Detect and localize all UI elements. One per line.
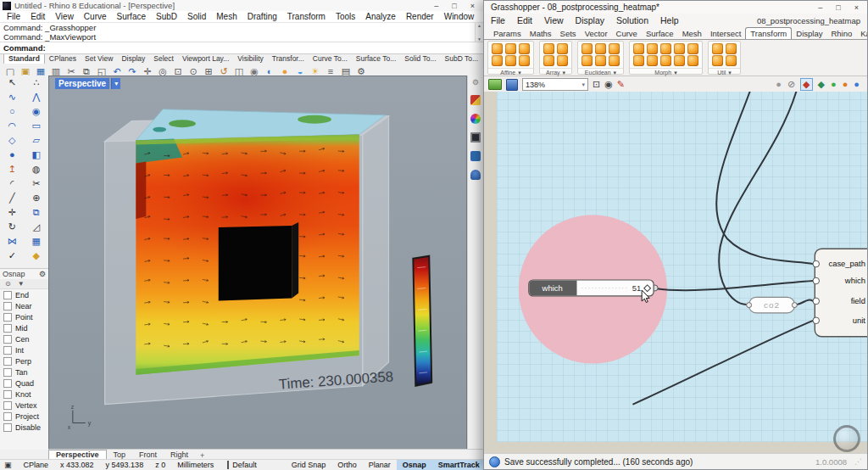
checkbox-icon[interactable] <box>3 357 12 366</box>
port-unit[interactable] <box>813 317 820 324</box>
zoom-level-select[interactable]: 138% ▾ <box>522 78 588 91</box>
menu-item[interactable]: Drafting <box>242 12 282 21</box>
toolbar-tab[interactable]: Viewport Lay... <box>178 54 233 64</box>
ribbon-tool-icon[interactable] <box>609 43 620 54</box>
osnap-option[interactable]: End <box>0 289 48 300</box>
ribbon-tool-icon[interactable] <box>647 43 658 54</box>
toolbar-tab[interactable]: Select <box>149 54 178 64</box>
osnap-option[interactable]: Disable <box>0 422 48 433</box>
menu-item[interactable]: Edit <box>517 15 532 25</box>
co2-node[interactable]: co2 <box>747 297 798 312</box>
scroll-down-icon[interactable]: ▼ <box>477 36 481 42</box>
menu-item[interactable]: Surface <box>112 12 151 21</box>
checkbox-icon[interactable] <box>3 291 12 299</box>
boolean-icon[interactable]: ◍ <box>25 162 49 176</box>
toolbar-tab[interactable]: Set View <box>81 54 117 64</box>
document-name-label[interactable]: 08_postprocessing_heatmap <box>757 16 860 25</box>
ribbon-tool-icon[interactable] <box>557 55 568 66</box>
maximize-icon[interactable]: □ <box>452 2 456 10</box>
menu-item[interactable]: Transform <box>282 12 331 21</box>
heatmap-component[interactable]: case_path which field unit <box>813 249 867 337</box>
box-icon[interactable]: ◧ <box>25 148 49 162</box>
toolbar-tab[interactable]: Transfor... <box>268 54 309 64</box>
menu-item[interactable]: File <box>491 15 505 25</box>
osnap-option[interactable]: Project <box>0 411 48 422</box>
ribbon-tool-icon[interactable] <box>595 55 606 66</box>
split-icon[interactable]: ╱ <box>0 191 25 205</box>
zoom-extents-icon[interactable]: ⊡ <box>593 79 600 90</box>
menu-item[interactable]: View <box>544 15 564 25</box>
toolbar-tab[interactable]: Surface To... <box>352 54 401 64</box>
port-which[interactable] <box>813 277 820 284</box>
menu-item[interactable]: Display <box>576 15 604 25</box>
ribbon-tool-icon[interactable] <box>519 55 530 66</box>
ribbon-tool-icon[interactable] <box>712 43 723 54</box>
checkbox-icon[interactable] <box>3 302 12 311</box>
rotate-icon[interactable]: ↻ <box>0 220 25 234</box>
preview-disabled-icon[interactable]: ⊘ <box>787 79 795 90</box>
extrude-icon[interactable]: ↥ <box>0 162 25 176</box>
trim-icon[interactable]: ✂ <box>25 176 49 191</box>
toolbar-tab[interactable]: CPlanes <box>45 54 81 64</box>
osnap-option[interactable]: Tan <box>0 366 48 378</box>
ribbon-tool-icon[interactable] <box>687 43 698 54</box>
checkbox-icon[interactable] <box>3 379 12 388</box>
ribbon-tool-icon[interactable] <box>595 43 606 54</box>
mirror-icon[interactable]: ⋈ <box>0 234 25 249</box>
command-scrollbar[interactable]: ▲ ▼ <box>475 23 483 42</box>
circle-icon[interactable]: ○ <box>0 104 25 119</box>
co2-output-port[interactable] <box>792 303 797 308</box>
paint-bucket-icon[interactable]: ◆ <box>25 249 49 263</box>
move-icon[interactable]: ✛ <box>0 205 25 220</box>
current-layer[interactable]: Default <box>232 461 257 469</box>
category-tab[interactable]: Surface <box>642 28 678 39</box>
viewport-name[interactable]: Perspective <box>55 78 109 89</box>
ribbon-tool-icon[interactable] <box>543 43 554 54</box>
join-icon[interactable]: ⊕ <box>25 191 49 205</box>
units-label[interactable]: Millimeters <box>177 461 214 469</box>
checkbox-icon[interactable] <box>3 346 12 355</box>
ribbon-group-label[interactable]: Util▾ <box>709 68 740 76</box>
fillet-icon[interactable]: ◜ <box>0 176 25 191</box>
checkbox-icon[interactable] <box>3 324 12 333</box>
minimize-icon[interactable]: – <box>818 3 822 12</box>
resize-grip-icon[interactable]: ⋰ <box>851 457 862 466</box>
chevron-down-icon[interactable]: ▾ <box>563 69 566 76</box>
chevron-down-icon[interactable]: ▾ <box>581 81 585 88</box>
category-tab[interactable]: Kangaroo2 <box>856 28 867 39</box>
category-tab[interactable]: Sets <box>556 28 581 39</box>
menu-item[interactable]: Tools <box>331 12 360 21</box>
ribbon-tool-icon[interactable] <box>505 55 516 66</box>
layer-state-icon[interactable]: ▣ <box>4 461 12 469</box>
ribbon-tool-icon[interactable] <box>712 55 723 66</box>
gear-icon[interactable]: ⚙ <box>472 78 479 87</box>
ribbon-tool-icon[interactable] <box>726 43 737 54</box>
toolbar-tab[interactable]: Standard <box>3 54 45 64</box>
osnap-option[interactable]: Perp <box>0 355 48 366</box>
status-toggle[interactable]: Osnap <box>397 460 432 470</box>
osnap-option[interactable]: Point <box>0 311 48 322</box>
checkbox-icon[interactable] <box>3 412 12 421</box>
category-tab[interactable]: Maths <box>526 28 556 39</box>
ribbon-group-label[interactable]: Morph▾ <box>630 68 702 76</box>
checkbox-icon[interactable] <box>3 423 12 432</box>
ribbon-tool-icon[interactable] <box>492 55 503 66</box>
number-slider-node[interactable]: which 51 <box>529 280 658 296</box>
display-panel-icon[interactable] <box>470 114 481 124</box>
perspective-viewport[interactable]: Perspective ▾ <box>48 76 467 450</box>
menu-item[interactable]: SubD <box>151 12 182 21</box>
curve-icon[interactable]: ∿ <box>0 90 25 104</box>
surface-icon[interactable]: ▱ <box>25 133 49 148</box>
osnap-option[interactable]: Cen <box>0 333 48 344</box>
ribbon-tool-icon[interactable] <box>726 55 737 66</box>
category-tab[interactable]: Mesh <box>678 28 706 39</box>
osnap-mode-icon[interactable]: ⊙ <box>5 280 11 288</box>
port-field[interactable] <box>813 298 820 305</box>
layer-color-swatch[interactable] <box>227 461 229 469</box>
menu-item[interactable]: Curve <box>79 12 112 21</box>
chevron-down-icon[interactable]: ▾ <box>614 69 617 76</box>
toolbar-tab[interactable]: Display <box>117 54 149 64</box>
checkbox-icon[interactable] <box>3 401 12 410</box>
gear-icon[interactable]: ⚙ <box>39 270 46 278</box>
ribbon-tool-icon[interactable] <box>519 43 530 54</box>
